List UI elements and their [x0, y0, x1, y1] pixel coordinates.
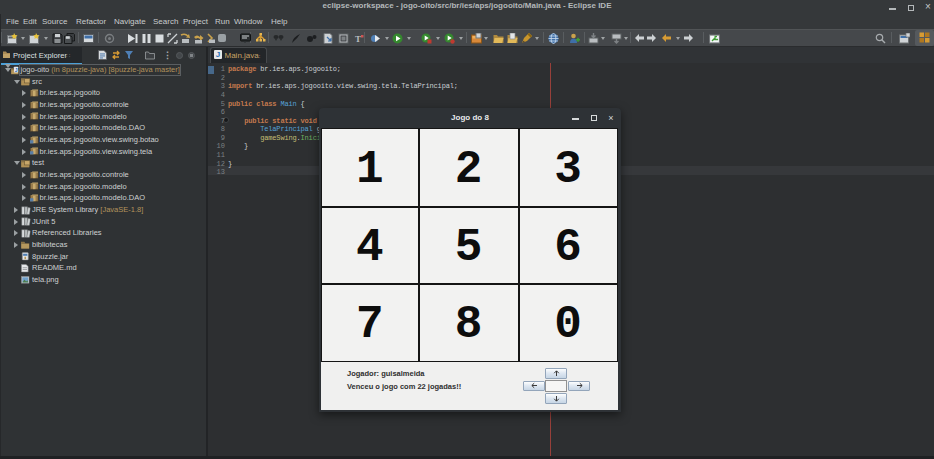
svg-text:T: T [355, 34, 361, 44]
svg-text:J: J [15, 66, 18, 72]
